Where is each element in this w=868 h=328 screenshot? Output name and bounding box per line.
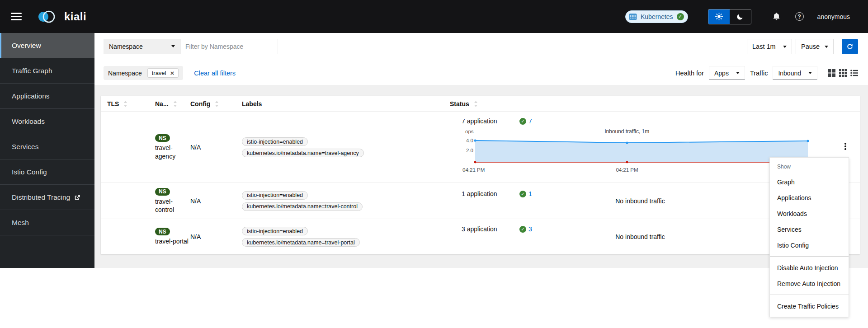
namespace-name: travel-portal bbox=[155, 237, 189, 245]
label-pill: istio-injection=enabled bbox=[242, 191, 308, 200]
compact-view-icon[interactable] bbox=[828, 69, 835, 77]
sidebar-item-overview[interactable]: Overview bbox=[0, 33, 94, 58]
kiali-logo[interactable]: kiali bbox=[37, 9, 86, 25]
menu-item-graph[interactable]: Graph bbox=[770, 174, 849, 190]
col-header-status[interactable]: Status bbox=[450, 100, 831, 108]
sort-icon bbox=[123, 101, 127, 107]
theme-toggle bbox=[708, 9, 751, 24]
config-value: N/A bbox=[190, 233, 201, 240]
health-indicator[interactable]: ✓ 7 bbox=[519, 117, 532, 125]
menu-item-create-traffic-policies[interactable]: Create Traffic Policies bbox=[770, 298, 849, 314]
labels-cell: istio-injection=enabled kubernetes.io/me… bbox=[242, 183, 450, 219]
label-pill: kubernetes.io/metadata.name=travel-contr… bbox=[242, 202, 363, 211]
col-header-name[interactable]: Na... bbox=[155, 100, 190, 108]
sidebar-item-mesh[interactable]: Mesh bbox=[0, 210, 94, 235]
notifications-button[interactable] bbox=[772, 12, 781, 21]
refresh-button[interactable] bbox=[842, 39, 858, 54]
sidebar-item-services[interactable]: Services bbox=[0, 134, 94, 159]
filter-chip-category: Namespace bbox=[108, 70, 142, 77]
table-row-travel-agency: NS travel-agency N/A istio-injection=ena… bbox=[101, 112, 860, 183]
kebab-menu-button[interactable] bbox=[844, 112, 846, 150]
sort-icon bbox=[173, 101, 177, 107]
menu-item-applications[interactable]: Applications bbox=[770, 190, 849, 206]
health-for-select[interactable]: Apps bbox=[709, 66, 745, 80]
duration-select[interactable]: Last 1m bbox=[747, 39, 792, 54]
col-header-tls[interactable]: TLS bbox=[101, 100, 155, 108]
no-traffic-text: No inbound traffic bbox=[543, 233, 737, 240]
expand-view-icon[interactable] bbox=[839, 69, 847, 77]
col-header-config[interactable]: Config bbox=[190, 100, 242, 108]
sort-icon bbox=[474, 101, 478, 107]
health-for-label: Health for bbox=[675, 70, 704, 77]
menu-item-istio-config[interactable]: Istio Config bbox=[770, 237, 849, 253]
namespace-name: travel-agency bbox=[155, 144, 189, 160]
config-value: N/A bbox=[190, 197, 201, 205]
menu-section-label: Show bbox=[770, 162, 849, 174]
health-indicator[interactable]: ✓ 3 bbox=[519, 225, 532, 233]
menu-item-workloads[interactable]: Workloads bbox=[770, 206, 849, 221]
user-menu[interactable]: anonymous bbox=[817, 13, 850, 20]
menu-divider bbox=[770, 295, 849, 295]
refresh-icon bbox=[846, 43, 854, 50]
healthy-count: 3 bbox=[528, 225, 532, 233]
filter-chip: travel × bbox=[147, 68, 179, 78]
health-for-value: Apps bbox=[714, 70, 729, 77]
menu-item-disable-auto-injection[interactable]: Disable Auto Injection bbox=[770, 260, 849, 276]
name-cell: NS travel-control bbox=[155, 183, 190, 219]
name-cell: NS travel-portal bbox=[155, 219, 190, 254]
remove-filter-icon[interactable]: × bbox=[170, 70, 175, 76]
help-button[interactable]: ? bbox=[795, 12, 804, 21]
cluster-name: Kubernetes bbox=[641, 13, 673, 20]
table-header-row: TLS Na... Config Labels bbox=[101, 96, 860, 112]
tls-cell bbox=[101, 219, 155, 254]
cluster-icon bbox=[629, 13, 637, 20]
light-theme-button[interactable] bbox=[708, 9, 730, 24]
sidebar-item-traffic-graph[interactable]: Traffic Graph bbox=[0, 58, 94, 84]
duration-value: Last 1m bbox=[752, 43, 776, 50]
masthead: kiali Kubernetes ✓ bbox=[0, 0, 868, 33]
col-header-label: Status bbox=[450, 100, 469, 108]
question-icon: ? bbox=[795, 12, 804, 21]
sidebar-item-workloads[interactable]: Workloads bbox=[0, 109, 94, 134]
namespace-name: travel-control bbox=[155, 197, 189, 214]
chevron-down-icon bbox=[808, 72, 812, 74]
sidebar-item-label: Distributed Tracing bbox=[12, 193, 70, 201]
menu-item-remove-auto-injection[interactable]: Remove Auto Injection bbox=[770, 276, 849, 291]
namespace-filter-input[interactable] bbox=[180, 39, 278, 54]
menu-divider bbox=[770, 256, 849, 257]
label-pill: istio-injection=enabled bbox=[242, 137, 308, 146]
status-text: 3 application bbox=[462, 225, 519, 233]
sidebar-item-applications[interactable]: Applications bbox=[0, 84, 94, 109]
bell-icon bbox=[772, 12, 781, 21]
sidebar-item-label: Istio Config bbox=[12, 168, 47, 176]
config-cell: N/A bbox=[190, 219, 242, 254]
sidebar-item-istio-config[interactable]: Istio Config bbox=[0, 159, 94, 185]
hamburger-menu-icon[interactable] bbox=[11, 13, 22, 20]
name-cell: NS travel-agency bbox=[155, 112, 190, 183]
clear-all-filters-link[interactable]: Clear all filters bbox=[194, 70, 236, 77]
chevron-down-icon bbox=[171, 45, 175, 47]
sidebar-item-label: Mesh bbox=[12, 219, 29, 227]
health-indicator[interactable]: ✓ 1 bbox=[519, 190, 532, 197]
cluster-healthy-icon: ✓ bbox=[677, 13, 684, 20]
list-view-icon[interactable] bbox=[850, 69, 858, 77]
sidebar-item-distributed-tracing[interactable]: Distributed Tracing bbox=[0, 185, 94, 210]
menu-item-services[interactable]: Services bbox=[770, 221, 849, 237]
traffic-direction-select[interactable]: Inbound bbox=[773, 66, 817, 80]
cluster-badge[interactable]: Kubernetes ✓ bbox=[625, 10, 688, 23]
refresh-interval-select[interactable]: Pause bbox=[796, 39, 834, 54]
chart-xtick: 04:21 PM bbox=[616, 167, 638, 173]
traffic-direction-value: Inbound bbox=[778, 70, 801, 77]
sidebar-item-label: Applications bbox=[12, 92, 50, 100]
filter-category-select[interactable]: Namespace bbox=[104, 39, 180, 54]
label-pill: kubernetes.io/metadata.name=travel-porta… bbox=[242, 238, 360, 247]
col-header-label: Na... bbox=[155, 100, 169, 108]
labels-cell: istio-injection=enabled kubernetes.io/me… bbox=[242, 112, 450, 183]
traffic-label: Traffic bbox=[750, 70, 768, 77]
dark-theme-button[interactable] bbox=[730, 9, 751, 24]
col-header-labels: Labels bbox=[242, 100, 450, 108]
moon-icon bbox=[736, 13, 744, 20]
inbound-traffic-sparkline: ops inbound traffic, 1m 4.0 2.0 04:21 PM bbox=[462, 127, 810, 174]
namespaces-table-card: TLS Na... Config Labels bbox=[101, 96, 860, 254]
kiali-logo-icon bbox=[37, 9, 61, 25]
